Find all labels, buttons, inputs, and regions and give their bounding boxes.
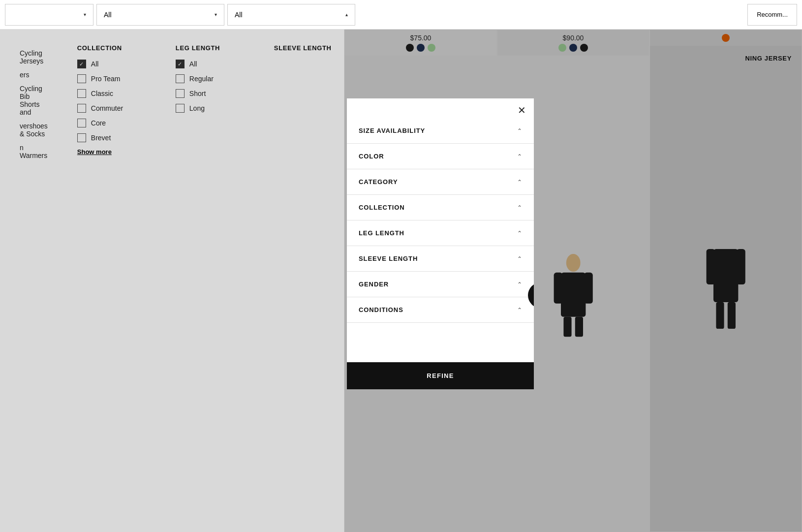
modal-overlay: ✕ SIZE AVAILABILITY ⌃ COLOR ⌃ CATEGORY ⌃ <box>0 30 802 532</box>
refine-button[interactable]: REFINE <box>347 362 534 389</box>
modal-body: SIZE AVAILABILITY ⌃ COLOR ⌃ CATEGORY ⌃ C… <box>347 98 534 362</box>
filter-dropdown-2-label: All <box>104 11 112 19</box>
chevron-down-icon: ⌃ <box>517 281 522 288</box>
modal-filter-sleeve-length[interactable]: SLEEVE LENGTH ⌃ <box>347 246 534 272</box>
modal-filter-collection[interactable]: COLLECTION ⌃ <box>347 195 534 220</box>
modal-filter-color[interactable]: COLOR ⌃ <box>347 144 534 169</box>
chevron-up-icon-3: ▴ <box>345 12 348 17</box>
chevron-down-icon: ⌃ <box>517 307 522 313</box>
chevron-down-icon: ⌃ <box>517 153 522 160</box>
filter-dropdown-3-label: All <box>235 11 243 19</box>
chevron-down-icon-2: ▾ <box>215 12 217 17</box>
filter-modal: ✕ SIZE AVAILABILITY ⌃ COLOR ⌃ CATEGORY ⌃ <box>347 98 534 389</box>
modal-close-button[interactable]: ✕ <box>518 105 526 115</box>
modal-filter-leg-length[interactable]: LEG LENGTH ⌃ <box>347 220 534 246</box>
chevron-down-icon: ⌃ <box>517 255 522 262</box>
chevron-down-icon: ⌃ <box>517 204 522 211</box>
filter-dropdown-2[interactable]: All ▾ <box>96 4 224 26</box>
modal-filter-size-availability[interactable]: SIZE AVAILABILITY ⌃ <box>347 118 534 144</box>
chevron-down-icon: ⌃ <box>517 127 522 134</box>
chevron-down-icon: ⌃ <box>517 179 522 186</box>
filter-dropdown-3[interactable]: All ▴ <box>227 4 355 26</box>
modal-filter-conditions[interactable]: CONDITIONS ⌃ <box>347 297 534 323</box>
filter-dropdown-1[interactable]: ▾ <box>5 4 93 26</box>
modal-filter-gender[interactable]: GENDER ⌃ <box>347 272 534 297</box>
chevron-down-icon: ⌃ <box>517 230 522 237</box>
filter-bar: ▾ All ▾ All ▴ Recomm... <box>0 0 802 30</box>
main-content: Cycling Jerseys ers Cycling Bib Shorts a… <box>0 30 802 532</box>
recommend-button[interactable]: Recomm... <box>747 4 797 26</box>
chevron-down-icon-1: ▾ <box>84 12 86 17</box>
modal-filter-category[interactable]: CATEGORY ⌃ <box>347 169 534 195</box>
